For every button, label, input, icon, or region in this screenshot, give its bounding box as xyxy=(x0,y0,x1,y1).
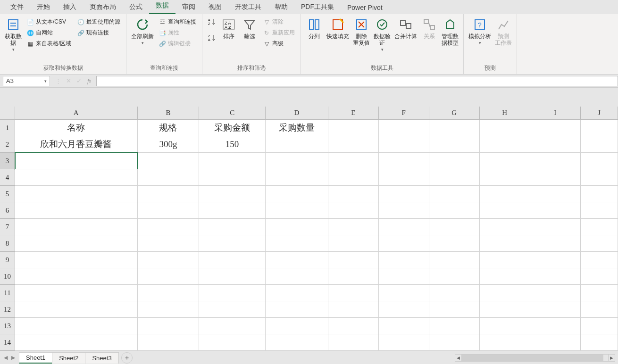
cell-D4[interactable] xyxy=(266,169,328,186)
column-header-G[interactable]: G xyxy=(429,107,480,120)
cell-A10[interactable] xyxy=(15,268,138,285)
sheet-tab-Sheet2[interactable]: Sheet2 xyxy=(52,352,85,364)
cell-G6[interactable] xyxy=(429,202,480,219)
row-header-2[interactable]: 2 xyxy=(0,136,15,153)
cell-I9[interactable] xyxy=(530,252,581,268)
cell-J2[interactable] xyxy=(581,136,618,153)
cell-A2[interactable]: 欣和六月香豆瓣酱 xyxy=(15,136,138,153)
cell-G5[interactable] xyxy=(429,186,480,202)
cell-A12[interactable] xyxy=(15,301,138,318)
cell-A14[interactable] xyxy=(15,334,138,351)
cell-H7[interactable] xyxy=(480,219,530,235)
cell-F9[interactable] xyxy=(379,252,429,268)
cell-A3[interactable] xyxy=(15,153,138,169)
cell-E5[interactable] xyxy=(328,186,379,202)
cell-J14[interactable] xyxy=(581,334,618,351)
cell-D8[interactable] xyxy=(266,235,328,252)
sheet-prev-icon[interactable]: ◀ xyxy=(4,355,8,361)
from-web-button[interactable]: 🌐自网站 xyxy=(25,28,72,38)
cell-B11[interactable] xyxy=(138,285,200,301)
ribbon-tab-8[interactable]: 开发工具 xyxy=(228,0,268,14)
cell-D13[interactable] xyxy=(266,318,328,334)
cell-D6[interactable] xyxy=(266,202,328,219)
horizontal-scrollbar[interactable]: ◀ ▶ xyxy=(455,354,615,362)
cell-J3[interactable] xyxy=(581,153,618,169)
cell-D9[interactable] xyxy=(266,252,328,268)
cell-C4[interactable] xyxy=(199,169,266,186)
new-sheet-button[interactable]: ＋ xyxy=(121,352,133,364)
from-table-button[interactable]: ▦来自表格/区域 xyxy=(25,39,72,49)
name-box[interactable]: A3 ▾ xyxy=(3,76,50,86)
ribbon-tab-6[interactable]: 审阅 xyxy=(175,0,202,14)
filter-button[interactable]: 筛选 xyxy=(239,16,260,41)
cell-I1[interactable] xyxy=(530,120,581,136)
cell-C14[interactable] xyxy=(199,334,266,351)
sheet-tab-Sheet1[interactable]: Sheet1 xyxy=(19,352,52,364)
column-header-C[interactable]: C xyxy=(199,107,266,120)
cell-B5[interactable] xyxy=(138,186,200,202)
ribbon-tab-10[interactable]: PDF工具集 xyxy=(294,0,341,14)
cell-D11[interactable] xyxy=(266,285,328,301)
advanced-filter-button[interactable]: ▽高级 xyxy=(262,39,296,49)
cell-B7[interactable] xyxy=(138,219,200,235)
row-header-1[interactable]: 1 xyxy=(0,120,15,136)
text-to-columns-button[interactable]: 分列 xyxy=(304,16,325,41)
confirm-icon[interactable]: ✓ xyxy=(74,76,84,86)
cell-A9[interactable] xyxy=(15,252,138,268)
cell-G12[interactable] xyxy=(429,301,480,318)
cell-C9[interactable] xyxy=(199,252,266,268)
cell-F1[interactable] xyxy=(379,120,429,136)
cell-C5[interactable] xyxy=(199,186,266,202)
cell-F7[interactable] xyxy=(379,219,429,235)
cell-C8[interactable] xyxy=(199,235,266,252)
whatif-button[interactable]: ?模拟分析▾ xyxy=(467,16,493,47)
cell-C2[interactable]: 150 xyxy=(199,136,266,153)
cell-G7[interactable] xyxy=(429,219,480,235)
forecast-sheet-button[interactable]: 预测 工作表 xyxy=(493,16,514,47)
cell-G3[interactable] xyxy=(429,153,480,169)
from-text-csv-button[interactable]: 📄从文本/CSV xyxy=(25,17,72,27)
cell-A6[interactable] xyxy=(15,202,138,219)
cell-H1[interactable] xyxy=(480,120,530,136)
scroll-left-icon[interactable]: ◀ xyxy=(455,355,462,361)
cell-E10[interactable] xyxy=(328,268,379,285)
remove-duplicates-button[interactable]: 删除 重复值 xyxy=(351,16,372,47)
cell-H8[interactable] xyxy=(480,235,530,252)
cell-E6[interactable] xyxy=(328,202,379,219)
cell-G1[interactable] xyxy=(429,120,480,136)
cell-B1[interactable]: 规格 xyxy=(138,120,200,136)
cell-E9[interactable] xyxy=(328,252,379,268)
cell-I8[interactable] xyxy=(530,235,581,252)
row-header-7[interactable]: 7 xyxy=(0,219,15,235)
ribbon-tab-1[interactable]: 开始 xyxy=(30,0,57,14)
cell-I6[interactable] xyxy=(530,202,581,219)
relationships-button[interactable]: 关系 xyxy=(419,16,440,41)
cell-E12[interactable] xyxy=(328,301,379,318)
sort-asc-button[interactable]: AZ xyxy=(207,17,217,26)
ribbon-tab-3[interactable]: 页面布局 xyxy=(83,0,123,14)
cell-H11[interactable] xyxy=(480,285,530,301)
data-model-button[interactable]: 管理数 据模型 xyxy=(440,16,460,47)
row-header-10[interactable]: 10 xyxy=(0,268,15,285)
cell-E1[interactable] xyxy=(328,120,379,136)
data-validation-button[interactable]: 数据验 证▾ xyxy=(372,16,393,54)
column-header-H[interactable]: H xyxy=(480,107,530,120)
cell-F6[interactable] xyxy=(379,202,429,219)
row-header-6[interactable]: 6 xyxy=(0,202,15,219)
properties-button[interactable]: 📑属性 xyxy=(158,28,197,38)
ribbon-tab-2[interactable]: 插入 xyxy=(57,0,83,14)
cell-H12[interactable] xyxy=(480,301,530,318)
cell-A7[interactable] xyxy=(15,219,138,235)
cell-I5[interactable] xyxy=(530,186,581,202)
column-header-B[interactable]: B xyxy=(138,107,200,120)
cell-J6[interactable] xyxy=(581,202,618,219)
sort-button[interactable]: Z AA Z 排序 xyxy=(218,16,239,41)
ribbon-tab-5[interactable]: 数据 xyxy=(149,0,175,14)
cell-G4[interactable] xyxy=(429,169,480,186)
cell-F10[interactable] xyxy=(379,268,429,285)
cell-E11[interactable] xyxy=(328,285,379,301)
ribbon-tab-0[interactable]: 文件 xyxy=(4,0,30,14)
recent-sources-button[interactable]: 🕘最近使用的源 xyxy=(76,17,121,27)
cell-J12[interactable] xyxy=(581,301,618,318)
cell-A13[interactable] xyxy=(15,318,138,334)
